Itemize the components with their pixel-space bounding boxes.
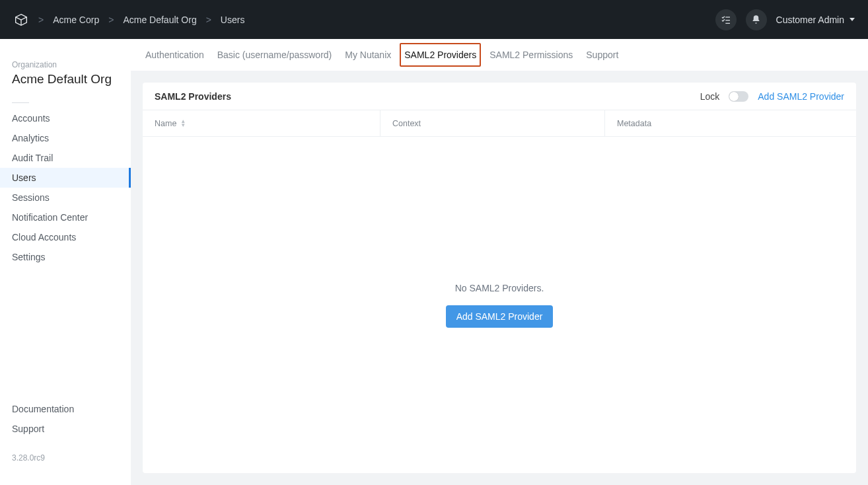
sidebar-item-documentation[interactable]: Documentation	[0, 399, 131, 419]
sidebar-item-users[interactable]: Users	[0, 168, 131, 188]
chevron-right-icon: >	[206, 15, 211, 25]
sidebar-item-accounts[interactable]: Accounts	[0, 108, 131, 128]
lock-label: Lock	[700, 91, 720, 102]
column-name-label: Name	[155, 119, 176, 128]
tab-basic[interactable]: Basic (username/password)	[216, 42, 334, 68]
panel-actions: Lock Add SAML2 Provider	[700, 91, 844, 102]
column-metadata[interactable]: Metadata	[605, 119, 856, 128]
sidebar-item-audit-trail[interactable]: Audit Trail	[0, 148, 131, 168]
main: Authentication Basic (username/password)…	[131, 39, 868, 485]
breadcrumb: > Acme Corp > Acme Default Org > Users	[38, 15, 244, 25]
sort-icon: ▲▼	[180, 120, 186, 128]
empty-message: No SAML2 Providers.	[455, 283, 544, 293]
logo-icon[interactable]	[13, 12, 29, 28]
toggle-knob	[729, 92, 739, 101]
org-name: Acme Default Org	[12, 72, 119, 87]
table-header: Name ▲▼ Context Metadata	[143, 110, 856, 137]
tab-saml2-providers[interactable]: SAML2 Providers	[403, 42, 478, 68]
topbar-right: Customer Admin	[715, 9, 855, 30]
sidebar-item-cloud-accounts[interactable]: Cloud Accounts	[0, 227, 131, 247]
lock-toggle[interactable]	[729, 91, 748, 102]
breadcrumb-item[interactable]: Acme Corp	[53, 15, 99, 25]
top-bar: > Acme Corp > Acme Default Org > Users C…	[0, 0, 868, 39]
topbar-left: > Acme Corp > Acme Default Org > Users	[13, 12, 244, 28]
chevron-right-icon: >	[108, 15, 114, 25]
breadcrumb-item[interactable]: Users	[221, 15, 245, 25]
tab-authentication[interactable]: Authentication	[144, 42, 205, 68]
version-label: 3.28.0rc9	[0, 439, 131, 469]
empty-state: No SAML2 Providers. Add SAML2 Provider	[143, 137, 856, 473]
tabs: Authentication Basic (username/password)…	[131, 39, 868, 71]
tab-saml2-permissions[interactable]: SAML2 Permissions	[488, 42, 574, 68]
chevron-down-icon	[850, 18, 855, 21]
add-provider-button[interactable]: Add SAML2 Provider	[446, 305, 554, 328]
tab-my-nutanix[interactable]: My Nutanix	[344, 42, 392, 68]
tasks-icon[interactable]	[715, 9, 737, 30]
panel-header: SAML2 Providers Lock Add SAML2 Provider	[143, 83, 856, 110]
sidebar-nav: Accounts Analytics Audit Trail Users Ses…	[0, 108, 131, 267]
user-menu[interactable]: Customer Admin	[776, 15, 855, 25]
sidebar: Organization Acme Default Org Accounts A…	[0, 39, 131, 485]
column-context-label: Context	[392, 119, 421, 128]
panel-title: SAML2 Providers	[155, 91, 231, 102]
add-provider-link[interactable]: Add SAML2 Provider	[758, 91, 844, 102]
sidebar-item-analytics[interactable]: Analytics	[0, 128, 131, 148]
breadcrumb-item[interactable]: Acme Default Org	[123, 15, 196, 25]
tab-support[interactable]: Support	[585, 42, 620, 68]
sidebar-item-sessions[interactable]: Sessions	[0, 188, 131, 207]
column-context[interactable]: Context	[380, 110, 605, 136]
sidebar-item-settings[interactable]: Settings	[0, 247, 131, 267]
sidebar-item-support[interactable]: Support	[0, 419, 131, 439]
bell-icon[interactable]	[746, 9, 767, 30]
user-menu-label: Customer Admin	[776, 15, 844, 25]
divider	[12, 102, 29, 103]
panel: SAML2 Providers Lock Add SAML2 Provider …	[143, 83, 856, 473]
sidebar-section-label: Organization	[12, 60, 119, 69]
sidebar-item-notification-center[interactable]: Notification Center	[0, 207, 131, 227]
chevron-right-icon: >	[38, 15, 44, 25]
column-name[interactable]: Name ▲▼	[143, 110, 380, 136]
column-metadata-label: Metadata	[617, 119, 651, 128]
